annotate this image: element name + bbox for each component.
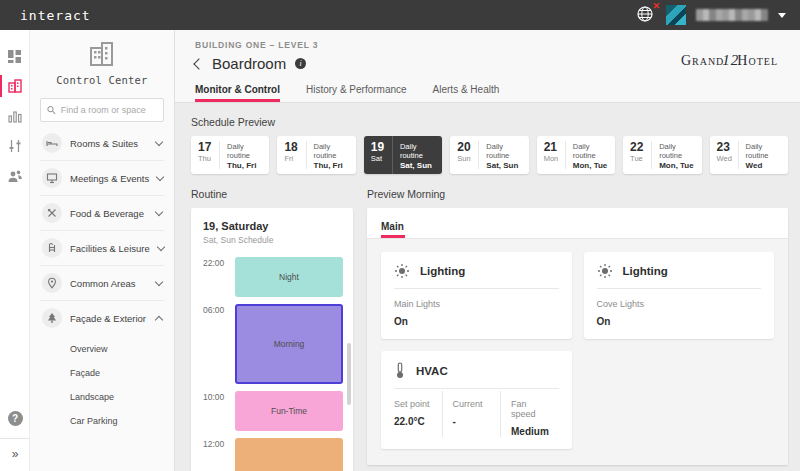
chevron-down-icon — [156, 242, 164, 250]
sidebar-item-facade-exterior[interactable]: Façade & Exterior — [40, 301, 164, 335]
control-center-icon — [87, 40, 117, 68]
hvac-setpoint-label: Set point — [394, 399, 434, 409]
timeline-block-night[interactable]: Night — [235, 257, 343, 297]
subitem-overview[interactable]: Overview — [70, 337, 174, 361]
icon-rail: ? » — [0, 30, 30, 471]
subitem-car-parking[interactable]: Car Parking — [70, 409, 174, 433]
subitem-facade[interactable]: Façade — [70, 361, 174, 385]
light-name: Main Lights — [394, 299, 559, 309]
interact-logo: interact — [20, 8, 91, 23]
globe-icon — [636, 5, 654, 23]
day-card-20[interactable]: 20Sun Daily routineSat, Sun — [450, 136, 528, 174]
main-area: BUILDING ONE – LEVEL 3 Boardroom i Grand… — [175, 30, 800, 471]
routine-scrollbar[interactable] — [347, 343, 351, 405]
day-card-17[interactable]: 17Thu Daily routineThu, Fri — [191, 136, 269, 174]
sidebar-menu: Rooms & Suites Meetings & Events Food & … — [30, 126, 174, 335]
tree-icon — [42, 308, 62, 328]
expand-sidebar-button[interactable]: » — [12, 439, 19, 471]
day-card-18[interactable]: 18Fri Daily routineThu, Fri — [277, 136, 355, 174]
disconnected-badge-icon: ✕ — [652, 2, 660, 11]
day-card-22[interactable]: 22Tue Daily routineMon, Tue — [623, 136, 701, 174]
help-button[interactable]: ? — [8, 411, 23, 426]
presentation-icon — [42, 168, 62, 188]
tab-monitor-control[interactable]: Monitor & Control — [195, 84, 280, 102]
thermometer-icon — [394, 362, 406, 379]
cutlery-icon — [42, 203, 62, 223]
brightness-icon — [394, 263, 410, 279]
search-icon — [47, 105, 56, 115]
routine-schedule-name: Sat, Sun Schedule — [203, 235, 343, 245]
day-card-21[interactable]: 21Mon Daily routineMon, Tue — [537, 136, 615, 174]
sidebar-item-food-beverage[interactable]: Food & Beverage — [40, 196, 164, 231]
content: Schedule Preview 17Thu Daily routineThu,… — [175, 103, 800, 471]
pool-ladder-icon — [42, 238, 62, 258]
topbar: interact ✕ — [0, 0, 800, 30]
grand-hotel-logo: Grand12Hotel — [681, 52, 778, 69]
buildings-icon — [7, 78, 23, 94]
sliders-icon — [8, 139, 22, 153]
rail-dashboard-button[interactable] — [0, 42, 30, 70]
sidebar-item-facilities-leisure[interactable]: Facilities & Leisure — [40, 231, 164, 266]
chevron-down-icon — [155, 277, 163, 285]
bar-chart-icon — [8, 109, 22, 123]
lighting-card-cove-lights: Lighting Cove Lights On — [584, 252, 775, 339]
rail-analytics-button[interactable] — [0, 102, 30, 130]
day-card-23[interactable]: 23Wed Daily routineWed — [710, 136, 788, 174]
sidebar-item-meetings-events[interactable]: Meetings & Events — [40, 161, 164, 196]
day-card-19-selected[interactable]: 19Sat Daily routineSat, Sun — [364, 136, 442, 174]
tab-history-performance[interactable]: History & Performance — [306, 84, 407, 102]
timeline-block-noon[interactable] — [235, 438, 343, 471]
timeline-block-fun-time[interactable]: Fun-Time — [235, 391, 343, 431]
light-state: On — [597, 316, 762, 327]
light-name: Cove Lights — [597, 299, 762, 309]
preview-morning-title: Preview Morning — [367, 188, 788, 200]
routine-card: 19, Saturday Sat, Sun Schedule 22:00 Nig… — [191, 208, 353, 471]
routine-timeline: 22:00 Night 06:00 Morning 10:00 Fun-Time — [203, 257, 343, 471]
rail-users-button[interactable] — [0, 162, 30, 190]
room-search[interactable] — [40, 98, 164, 122]
page-tabs: Monitor & Control History & Performance … — [195, 84, 780, 102]
breadcrumb: BUILDING ONE – LEVEL 3 — [195, 40, 780, 50]
location-pin-icon — [42, 273, 62, 293]
hvac-current-value: - — [453, 416, 493, 427]
preview-panel: Main — [367, 208, 788, 465]
avatar — [666, 5, 686, 25]
schedule-day-cards: 17Thu Daily routineThu, Fri 18Fri Daily … — [191, 136, 788, 174]
tab-alerts-health[interactable]: Alerts & Health — [433, 84, 500, 102]
control-center-title: Control Center — [30, 74, 174, 86]
light-state: On — [394, 316, 559, 327]
hvac-card: HVAC Set point 22.0°C — [381, 351, 572, 449]
timeline-block-morning-selected[interactable]: Morning — [235, 304, 343, 384]
schedule-preview-title: Schedule Preview — [191, 116, 788, 128]
routine-title: Routine — [191, 188, 353, 200]
rail-settings-button[interactable] — [0, 132, 30, 160]
chevron-down-icon — [156, 172, 164, 180]
info-icon[interactable]: i — [295, 58, 306, 69]
hvac-fanspeed-label: Fan speed — [511, 399, 551, 419]
network-status-button[interactable]: ✕ — [636, 5, 656, 25]
sidebar-item-common-areas[interactable]: Common Areas — [40, 266, 164, 301]
page-header: BUILDING ONE – LEVEL 3 Boardroom i Grand… — [175, 30, 800, 103]
rail-buildings-button[interactable] — [0, 72, 30, 100]
user-name-redacted — [696, 9, 768, 21]
back-button[interactable] — [193, 58, 204, 69]
user-menu-caret-icon[interactable] — [778, 13, 786, 18]
preview-tab-main[interactable]: Main — [381, 221, 404, 238]
sidebar: Control Center Rooms & Suites — [30, 30, 175, 471]
brightness-icon — [597, 263, 613, 279]
bed-icon — [42, 133, 62, 153]
facade-exterior-submenu: Overview Façade Landscape Car Parking — [30, 335, 174, 437]
sidebar-item-rooms-suites[interactable]: Rooms & Suites — [40, 126, 164, 161]
subitem-landscape[interactable]: Landscape — [70, 385, 174, 409]
chevron-up-icon — [155, 315, 163, 323]
lighting-card-main-lights: Lighting Main Lights On — [381, 252, 572, 339]
chevron-down-icon — [155, 137, 163, 145]
page-title: Boardroom — [212, 55, 286, 72]
search-input[interactable] — [61, 105, 157, 115]
dashboard-icon — [7, 49, 22, 64]
hvac-setpoint-value: 22.0°C — [394, 416, 434, 427]
hvac-current-label: Current — [453, 399, 493, 409]
routine-date: 19, Saturday — [203, 220, 343, 232]
app-window: interact ✕ — [0, 0, 800, 471]
hvac-fanspeed-value: Medium — [511, 426, 551, 437]
